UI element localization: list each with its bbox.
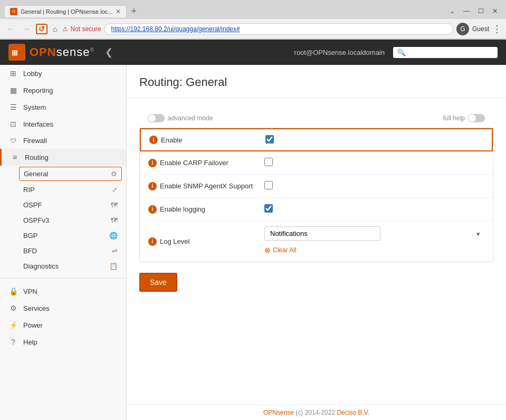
clear-all-label: Clear All — [273, 246, 297, 254]
sidebar-item-interfaces[interactable]: ⊡ Interfaces — [0, 116, 126, 132]
sidebar-collapse-btn[interactable]: ❮ — [105, 46, 113, 58]
sidebar-item-label: System — [23, 103, 118, 111]
sidebar-item-services[interactable]: ⚙ Services — [0, 300, 126, 317]
active-tab[interactable]: G General | Routing | OPNsense.loc... ✕ — [4, 5, 127, 17]
search-input[interactable] — [409, 49, 493, 56]
sidebar-item-reporting[interactable]: ▦ Reporting — [0, 82, 126, 99]
win-close-btn[interactable]: ✕ — [488, 6, 502, 16]
sidebar-subitem-diagnostics[interactable]: Diagnostics 📋 — [0, 259, 126, 274]
sidebar-item-system[interactable]: ☰ System — [0, 99, 126, 116]
enable-label: i Enable — [149, 136, 265, 144]
full-help-toggle[interactable]: full help — [443, 114, 485, 122]
full-help-label: full help — [443, 114, 465, 122]
enable-carp-label: i Enable CARP Failover — [148, 159, 264, 167]
browser-chrome: G General | Routing | OPNsense.loc... ✕ … — [0, 0, 506, 40]
sidebar-subitem-ospfv3[interactable]: OSPFv3 🗺 — [0, 213, 126, 228]
ospf-icon: 🗺 — [111, 201, 118, 209]
sidebar-item-label: Power — [23, 321, 118, 329]
win-maximize-btn[interactable]: ☐ — [474, 6, 488, 16]
win-minimize-btn[interactable]: — — [459, 6, 474, 16]
full-help-switch[interactable] — [468, 114, 485, 122]
footer-opnsense-link[interactable]: OPNsense — [263, 409, 294, 416]
enable-snmp-control — [264, 181, 484, 191]
sidebar-subitem-bfd[interactable]: BFD ⇌ — [0, 243, 126, 259]
enable-snmp-checkbox[interactable] — [264, 181, 273, 189]
sidebar-item-help[interactable]: ? Help — [0, 333, 126, 350]
tab-close-btn[interactable]: ✕ — [116, 8, 121, 15]
log-level-label-text: Log Level — [160, 237, 189, 245]
footer-text: OPNsense (c) 2014-2022 Deciso B.V. — [263, 409, 369, 416]
enable-snmp-row: i Enable SNMP AgentX Support — [140, 175, 493, 198]
url-bar[interactable] — [104, 23, 453, 35]
sidebar-subitem-general[interactable]: General ⚙ — [19, 167, 122, 181]
enable-info-icon: i — [149, 136, 158, 144]
enable-logging-row: i Enable logging — [140, 198, 493, 221]
tab-title: General | Routing | OPNsense.loc... — [21, 8, 112, 15]
services-icon: ⚙ — [8, 304, 18, 312]
back-button[interactable]: ← — [4, 23, 17, 35]
logo-icon: ⊞ — [8, 44, 25, 61]
home-button[interactable]: ⌂ — [51, 24, 59, 34]
log-level-select[interactable]: Emergencies Alerts Critical Errors Warni… — [264, 226, 380, 241]
logging-info-icon: i — [148, 205, 157, 214]
enable-carp-checkbox[interactable] — [264, 158, 273, 166]
rip-icon: ⤢ — [112, 186, 118, 194]
advanced-mode-switch[interactable] — [148, 114, 165, 122]
sidebar-item-vpn[interactable]: 🔒 VPN — [0, 283, 126, 300]
sidebar-subitem-ospf[interactable]: OSPF 🗺 — [0, 197, 126, 213]
snmp-info-icon: i — [148, 182, 157, 190]
vpn-icon: 🔒 — [8, 287, 18, 295]
form-actions: Save — [139, 273, 493, 292]
sidebar-item-label: Services — [23, 304, 118, 312]
profile-icon[interactable]: G — [456, 23, 469, 35]
tab-favicon: G — [10, 8, 17, 15]
clear-all-btn[interactable]: ⊗ Clear All — [264, 244, 484, 256]
search-icon: 🔍 — [397, 49, 406, 56]
log-level-control: Emergencies Alerts Critical Errors Warni… — [264, 226, 484, 256]
subitem-label: BGP — [23, 232, 104, 240]
enable-row: i Enable — [140, 128, 493, 151]
main-content: Routing: General advanced mode full help — [127, 65, 506, 420]
subitem-label: General — [24, 170, 106, 178]
footer-deciso-link[interactable]: Deciso B.V. — [337, 409, 369, 416]
lobby-icon: ⊞ — [8, 69, 18, 78]
app: ⊞ OPNsense® ❮ root@OPNsense.localdomain … — [0, 40, 506, 420]
sidebar-item-routing[interactable]: ≡ Routing — [0, 149, 126, 166]
footer-copyright: (c) 2014-2022 — [295, 409, 337, 416]
enable-carp-label-text: Enable CARP Failover — [160, 159, 228, 167]
sidebar-subitem-bgp[interactable]: BGP 🌐 — [0, 228, 126, 243]
subitem-label: Diagnostics — [23, 262, 104, 270]
subitem-label: OSPF — [23, 201, 106, 209]
sidebar-item-lobby[interactable]: ⊞ Lobby — [0, 65, 126, 82]
enable-checkbox[interactable] — [265, 135, 274, 144]
win-expand-btn[interactable]: ⌄ — [445, 6, 459, 16]
tab-bar: G General | Routing | OPNsense.loc... ✕ … — [0, 0, 506, 19]
content-header: Routing: General — [127, 65, 506, 98]
log-level-label: i Log Level — [148, 237, 264, 246]
app-logo: ⊞ OPNsense® — [8, 44, 94, 61]
forward-button[interactable]: → — [20, 23, 33, 35]
browser-menu-btn[interactable]: ⋮ — [492, 23, 502, 35]
firewall-icon: 🛡 — [8, 137, 18, 145]
diagnostics-icon: 📋 — [109, 262, 118, 270]
new-tab-button[interactable]: + — [127, 6, 141, 17]
sidebar-item-firewall[interactable]: 🛡 Firewall — [0, 132, 126, 149]
form-section: i Enable i Enable CARP Failover — [139, 128, 493, 262]
log-level-select-wrapper: Emergencies Alerts Critical Errors Warni… — [264, 226, 484, 241]
enable-carp-row: i Enable CARP Failover — [140, 151, 493, 175]
help-icon: ? — [8, 338, 18, 346]
toggle-knob — [148, 114, 156, 122]
sidebar-subitem-rip[interactable]: RIP ⤢ — [0, 182, 126, 197]
enable-logging-control — [264, 204, 484, 214]
reload-button[interactable]: ↺ — [36, 24, 47, 34]
address-bar: ← → ↺ ⌂ ⚠ Not secure G Guest ⋮ — [0, 19, 506, 39]
advanced-mode-toggle[interactable]: advanced mode — [148, 114, 213, 122]
sidebar-item-label: Firewall — [23, 137, 118, 145]
toggle-knob-2 — [469, 114, 476, 122]
clear-icon: ⊗ — [264, 246, 271, 254]
header-user: root@OPNsense.localdomain — [294, 49, 385, 56]
save-button[interactable]: Save — [139, 273, 177, 292]
enable-logging-checkbox[interactable] — [264, 204, 273, 213]
carp-info-icon: i — [148, 159, 157, 167]
sidebar-item-power[interactable]: ⚡ Power — [0, 317, 126, 333]
